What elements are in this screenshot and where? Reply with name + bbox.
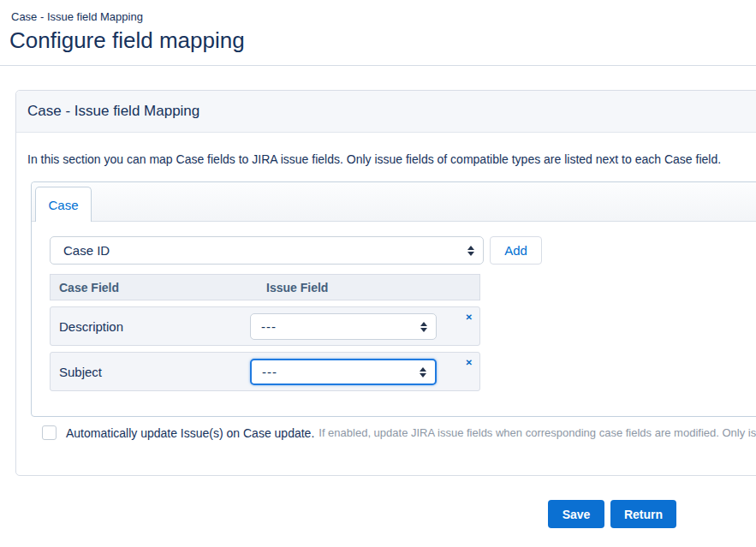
card-title: Case - Issue field Mapping [27, 103, 199, 120]
auto-update-row: Automatically update Issue(s) on Case up… [42, 425, 756, 440]
auto-update-help-text: If enabled, update JIRA issue fields whe… [318, 426, 756, 439]
column-header-issue-field: Issue Field [266, 281, 328, 294]
case-field-name: Description [59, 319, 123, 334]
tab-bar: Case [32, 182, 756, 222]
breadcrumb: Case - Issue field Mapping [11, 10, 143, 23]
field-picker-row: Case ID Add [50, 236, 756, 265]
issue-field-select-value: --- [261, 319, 277, 334]
remove-mapping-button[interactable]: ✕ [464, 357, 474, 369]
select-arrows-icon [420, 322, 427, 332]
mapping-row-description: Description --- ✕ [50, 306, 480, 346]
intro-text: In this section you can map Case fields … [27, 152, 721, 166]
action-buttons: Save Return [548, 500, 676, 528]
page: Case - Issue field Mapping Configure fie… [0, 0, 756, 547]
tab-case[interactable]: Case [35, 187, 92, 222]
header-divider [0, 65, 756, 66]
select-arrows-icon [420, 367, 426, 378]
case-field-select-value: Case ID [63, 243, 110, 258]
issue-field-select[interactable]: --- [250, 313, 437, 340]
issue-field-select-value: --- [262, 365, 277, 379]
tab-case-label: Case [48, 198, 78, 212]
return-button-label: Return [624, 508, 663, 521]
auto-update-checkbox[interactable] [42, 425, 57, 440]
tab-content: Case ID Add Case Field Issue Field [32, 222, 756, 391]
auto-update-label: Automatically update Issue(s) on Case up… [66, 426, 314, 440]
mapping-row-subject: Subject --- ✕ [50, 352, 480, 391]
mapping-tab-panel: Case Case ID Add [31, 181, 756, 417]
card-header: Case - Issue field Mapping [16, 91, 756, 133]
mapping-table-header: Case Field Issue Field [50, 274, 480, 300]
page-title: Configure field mapping [9, 27, 245, 54]
return-button[interactable]: Return [610, 500, 676, 528]
remove-icon: ✕ [466, 312, 473, 322]
save-button-label: Save [563, 508, 591, 521]
remove-icon: ✕ [466, 358, 473, 367]
issue-field-select[interactable]: --- [250, 359, 437, 385]
case-field-select[interactable]: Case ID [50, 236, 484, 265]
add-button[interactable]: Add [490, 236, 542, 265]
add-button-label: Add [504, 243, 527, 258]
save-button[interactable]: Save [548, 500, 604, 528]
column-header-case-field: Case Field [51, 281, 266, 294]
field-mapping-card: Case - Issue field Mapping In this secti… [15, 90, 756, 476]
mapping-table: Case Field Issue Field Description --- [50, 274, 756, 391]
case-field-name: Subject [59, 365, 102, 379]
remove-mapping-button[interactable]: ✕ [464, 312, 474, 324]
select-arrows-icon [467, 246, 474, 256]
